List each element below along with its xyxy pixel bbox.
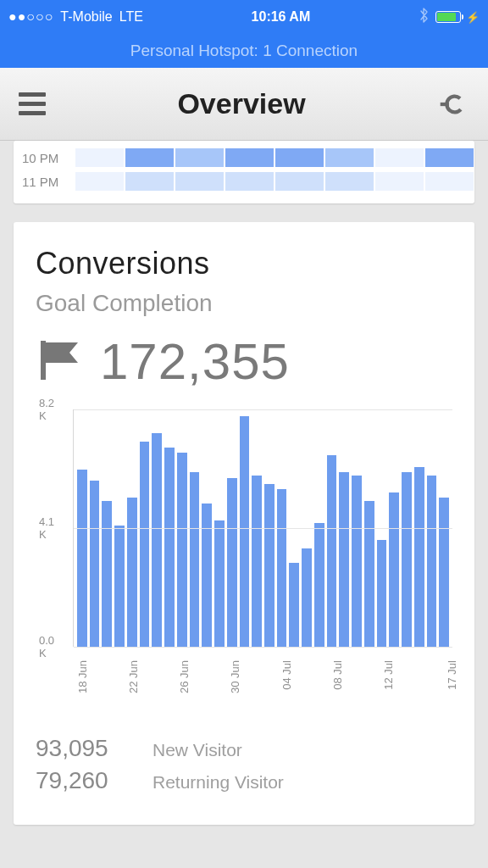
conversions-subtitle: Goal Completion	[36, 290, 452, 317]
svg-rect-2	[41, 341, 46, 380]
conversions-stats: 93,095 New Visitor 79,260 Returning Visi…	[36, 735, 452, 794]
chart-bar	[427, 476, 437, 647]
status-bar: ●●○○○ T-Mobile LTE 10:16 AM ⚡	[0, 0, 488, 34]
chart-bars	[77, 416, 449, 647]
heat-cell	[175, 147, 225, 168]
hotspot-bar[interactable]: Personal Hotspot: 1 Connection	[0, 34, 488, 68]
chart-bar	[314, 523, 324, 647]
heat-cells	[75, 171, 474, 192]
x-tick: 08 Jul	[331, 660, 344, 690]
stat-value: 79,260	[36, 767, 137, 794]
heatmap-card-tail[interactable]: 10 PM11 PM	[14, 141, 474, 203]
x-tick: 04 Jul	[280, 660, 293, 690]
hotspot-text: Personal Hotspot: 1 Connection	[130, 42, 358, 60]
flag-icon	[36, 336, 85, 388]
chart-bar	[264, 484, 274, 647]
chart-bar	[289, 563, 299, 648]
stat-label: Returning Visitor	[152, 772, 284, 793]
signal-dots-icon: ●●○○○	[8, 9, 53, 25]
bluetooth-icon	[419, 7, 430, 27]
chart-bar	[252, 476, 262, 647]
charging-icon: ⚡	[466, 11, 480, 24]
heat-cell	[125, 171, 175, 192]
chart-bar	[90, 481, 100, 647]
menu-button[interactable]	[19, 92, 46, 115]
chart-bar	[177, 453, 187, 647]
stat-new-visitor: 93,095 New Visitor	[36, 735, 452, 762]
chart-bar	[327, 455, 337, 647]
x-tick: 12 Jul	[382, 660, 395, 690]
heat-cell	[374, 147, 424, 168]
heat-cells	[75, 147, 474, 168]
chart-bar	[114, 526, 125, 647]
heat-cell	[75, 171, 125, 192]
stat-label: New Visitor	[152, 740, 242, 760]
conversions-card[interactable]: Conversions Goal Completion 172,355 0.0 …	[14, 222, 474, 825]
chart-bar	[202, 504, 212, 647]
content-scroll[interactable]: 10 PM11 PM Conversions Goal Completion 1…	[0, 141, 488, 868]
heat-cell	[324, 171, 374, 192]
x-tick: 22 Jun	[127, 660, 140, 693]
chart-bar	[414, 467, 424, 647]
x-tick: 26 Jun	[178, 660, 191, 693]
chart-bar	[152, 433, 162, 647]
heat-cell	[225, 171, 274, 192]
chart-bar	[77, 470, 87, 647]
heat-cell	[424, 147, 474, 168]
heat-cell	[125, 147, 175, 168]
heat-cell	[324, 147, 374, 168]
chart-bar	[339, 472, 349, 647]
carrier-label: T-Mobile	[60, 9, 112, 25]
chart-bar	[102, 501, 112, 647]
chart-bar	[140, 442, 150, 647]
chart-plot	[73, 409, 452, 647]
heat-cell	[274, 171, 324, 192]
battery-icon	[435, 11, 461, 23]
y-tick: 8.2 K	[39, 397, 54, 422]
heat-cell	[374, 171, 424, 192]
stat-returning-visitor: 79,260 Returning Visitor	[36, 767, 452, 794]
conversions-title: Conversions	[36, 246, 452, 281]
chart-bar	[227, 478, 237, 647]
chart-bar	[277, 489, 287, 647]
status-time: 10:16 AM	[252, 9, 311, 25]
conversions-total-row: 172,355	[36, 332, 452, 391]
heat-row-label: 11 PM	[22, 175, 75, 189]
y-tick: 0.0 K	[39, 634, 54, 659]
chart-bar	[240, 416, 250, 647]
x-axis-ticks: 18 Jun22 Jun26 Jun30 Jun04 Jul08 Jul12 J…	[69, 657, 452, 701]
heat-cell	[225, 147, 274, 168]
heat-row-label: 10 PM	[22, 151, 75, 165]
nav-header: Overview	[0, 68, 488, 141]
conversions-total: 172,355	[100, 332, 290, 391]
status-right: ⚡	[419, 7, 480, 27]
y-tick: 4.1 K	[39, 515, 54, 541]
chart-bar	[352, 476, 362, 647]
chart-bar	[364, 501, 374, 647]
heat-cell	[175, 171, 225, 192]
status-left: ●●○○○ T-Mobile LTE	[8, 9, 143, 25]
x-tick: 18 Jun	[76, 660, 89, 693]
chart-bar	[190, 472, 200, 647]
heat-cell	[75, 147, 125, 168]
chart-bar	[439, 498, 449, 647]
hamburger-icon	[19, 92, 46, 97]
stat-value: 93,095	[36, 735, 137, 762]
heat-row: 10 PM	[22, 146, 474, 170]
chart-bar	[164, 448, 175, 648]
x-tick: 17 Jul	[446, 660, 458, 690]
refresh-icon	[439, 90, 468, 119]
heat-cell	[274, 147, 324, 168]
chart-bar	[302, 548, 312, 647]
x-tick: 30 Jun	[229, 660, 241, 693]
chart-bar	[377, 540, 387, 647]
svg-rect-1	[441, 102, 449, 105]
chart-bar	[127, 498, 137, 647]
conversions-chart: 0.0 K4.1 K8.2 K	[39, 409, 452, 647]
page-title: Overview	[177, 87, 305, 120]
heat-cell	[424, 171, 474, 192]
refresh-button[interactable]	[437, 88, 469, 120]
chart-bar	[402, 472, 412, 647]
network-label: LTE	[119, 9, 143, 25]
chart-bar	[214, 520, 225, 647]
